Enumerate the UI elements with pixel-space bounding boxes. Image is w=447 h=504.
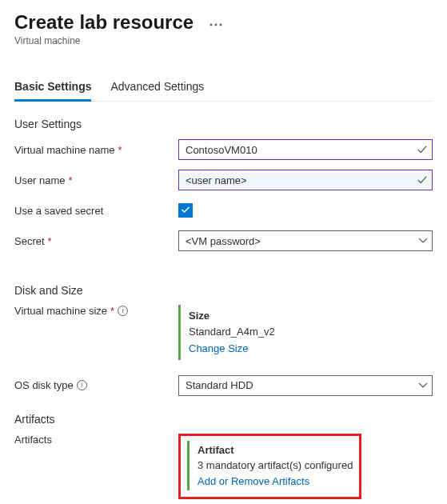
secret-label: Secret [14, 235, 45, 247]
size-heading: Size [189, 308, 275, 324]
vm-size-label: Virtual machine size [14, 305, 107, 317]
required-marker: * [69, 174, 73, 186]
vm-name-label: Virtual machine name [14, 144, 115, 156]
section-artifacts: Artifacts [14, 413, 433, 426]
os-disk-type-select[interactable] [178, 375, 433, 396]
svg-point-1 [215, 23, 218, 26]
page-subtitle: Virtual machine [14, 35, 433, 46]
tab-advanced-settings[interactable]: Advanced Settings [110, 74, 204, 101]
vm-name-field[interactable] [178, 139, 433, 160]
artifacts-heading: Artifact [198, 442, 353, 458]
change-size-link[interactable]: Change Size [189, 341, 248, 357]
required-marker: * [48, 235, 52, 247]
checkmark-icon [181, 205, 190, 217]
artifacts-row-label: Artifacts [14, 434, 52, 446]
check-icon [417, 144, 428, 155]
page-title: Create lab resource [14, 11, 194, 34]
secret-field[interactable] [178, 230, 433, 251]
check-icon [417, 174, 428, 186]
artifacts-highlight-box: Artifact 3 mandatory artifact(s) configu… [178, 434, 361, 500]
os-disk-type-label: OS disk type [14, 379, 74, 391]
vm-size-block: Size Standard_A4m_v2 Change Size [178, 305, 275, 360]
saved-secret-checkbox[interactable] [178, 203, 193, 218]
vm-name-input[interactable] [178, 139, 433, 160]
svg-point-0 [210, 23, 213, 26]
size-value: Standard_A4m_v2 [189, 324, 275, 340]
info-icon[interactable]: i [77, 380, 87, 390]
user-name-field[interactable] [178, 170, 433, 190]
more-horizontal-icon [210, 17, 222, 29]
secret-input[interactable] [178, 230, 433, 251]
more-actions-button[interactable] [205, 13, 227, 32]
tab-bar: Basic Settings Advanced Settings [14, 74, 433, 102]
user-name-label: User name [14, 174, 66, 186]
artifacts-block: Artifact 3 mandatory artifact(s) configu… [187, 441, 353, 491]
os-disk-type-value[interactable] [178, 375, 433, 396]
required-marker: * [118, 144, 122, 156]
saved-secret-label: Use a saved secret [14, 205, 103, 217]
add-remove-artifacts-link[interactable]: Add or Remove Artifacts [198, 474, 309, 490]
section-disk-and-size: Disk and Size [14, 284, 433, 297]
svg-point-2 [220, 23, 222, 26]
section-user-settings: User Settings [14, 118, 433, 130]
info-icon[interactable]: i [118, 306, 128, 316]
user-name-input[interactable] [178, 170, 433, 190]
artifacts-status: 3 mandatory artifact(s) configured [198, 458, 353, 474]
required-marker: * [110, 305, 114, 317]
tab-basic-settings[interactable]: Basic Settings [14, 74, 91, 101]
